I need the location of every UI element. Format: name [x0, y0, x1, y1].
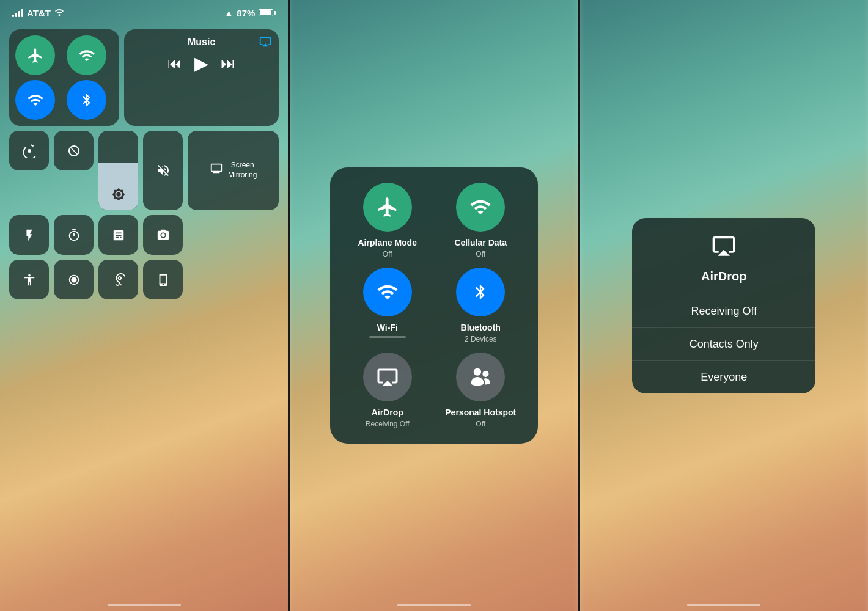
exp-hotspot-sublabel: Off: [476, 420, 485, 428]
exp-hotspot[interactable]: Personal Hotspot Off: [438, 353, 523, 428]
rewind-button[interactable]: ⏮: [167, 55, 182, 72]
hearing-button[interactable]: [98, 260, 138, 299]
exp-bluetooth-sublabel: 2 Devices: [465, 335, 497, 343]
status-bar: AT&T ▲ 87%: [0, 0, 288, 23]
exp-airdrop[interactable]: AirDrop Receiving Off: [345, 353, 430, 428]
cc-icon-row-2: [9, 260, 279, 299]
exp-airplane-mode[interactable]: Airplane Mode Off: [345, 183, 430, 258]
cellular-data-button[interactable]: [67, 35, 106, 75]
signal-bar-3: [18, 11, 20, 17]
connectivity-panel: [9, 29, 119, 126]
exp-cellular-sublabel: Off: [476, 250, 485, 258]
accessibility-button[interactable]: [9, 260, 49, 299]
airdrop-option-everyone[interactable]: Everyone: [632, 361, 815, 393]
brightness-slider[interactable]: [98, 131, 138, 210]
carrier-label: AT&T: [27, 8, 51, 18]
exp-airplane-label: Airplane Mode: [358, 238, 417, 247]
music-controls: ⏮ ▶ ⏭: [133, 53, 270, 74]
exp-airdrop-label: AirDrop: [372, 408, 403, 417]
airdrop-option-contacts-only[interactable]: Contacts Only: [632, 328, 815, 361]
battery-fill: [260, 10, 270, 15]
airdrop-menu-title: AirDrop: [701, 269, 746, 284]
panel-3: AirDrop Receiving Off Contacts Only Ever…: [580, 0, 868, 611]
exp-cellular-data[interactable]: Cellular Data Off: [438, 183, 523, 258]
screen-record-button[interactable]: [54, 260, 94, 299]
airdrop-header-icon: [712, 233, 736, 263]
flashlight-button[interactable]: [9, 215, 49, 255]
svg-point-1: [28, 149, 31, 153]
signal-bar-2: [15, 13, 17, 17]
divider-2: [578, 0, 580, 611]
airplay-icon[interactable]: [259, 35, 271, 51]
airplane-mode-button[interactable]: [15, 35, 55, 75]
rotation-lock-button[interactable]: [9, 131, 49, 170]
wifi-progress-bar: [369, 336, 406, 338]
divider-1: [288, 0, 290, 611]
camera-button[interactable]: [143, 215, 183, 255]
expanded-connectivity: Airplane Mode Off Cellular Data Off: [330, 167, 538, 444]
signal-bar-1: [12, 15, 14, 17]
exp-wifi[interactable]: Wi-Fi: [345, 268, 430, 343]
home-indicator-1: [108, 604, 181, 606]
airdrop-header: AirDrop: [632, 218, 815, 295]
cc-second-row: Screen Mirroring: [9, 131, 279, 210]
battery-body: [259, 9, 273, 16]
exp-wifi-label: Wi-Fi: [377, 323, 398, 332]
location-icon: ▲: [224, 8, 233, 18]
exp-airdrop-sublabel: Receiving Off: [366, 420, 410, 428]
brightness-icon: [112, 188, 125, 204]
music-panel: Music ⏮ ▶ ⏭: [124, 29, 279, 126]
svg-point-4: [71, 277, 76, 282]
home-indicator-2: [397, 604, 471, 606]
battery-icon: [259, 9, 276, 16]
panel1-content: AT&T ▲ 87%: [0, 0, 288, 611]
airdrop-option-receiving-off[interactable]: Receiving Off: [632, 295, 815, 328]
airdrop-menu: AirDrop Receiving Off Contacts Only Ever…: [632, 218, 815, 393]
bluetooth-button[interactable]: [67, 80, 106, 120]
exp-hotspot-label: Personal Hotspot: [445, 408, 516, 417]
battery-percent-label: 87%: [237, 8, 255, 18]
exp-airdrop-icon-circle: [363, 353, 412, 401]
cc-bottom-rows: [9, 215, 279, 299]
do-not-disturb-button[interactable]: [54, 131, 94, 170]
exp-airplane-icon-circle: [363, 183, 412, 232]
signal-bar-4: [21, 9, 23, 17]
remote-button[interactable]: [143, 260, 183, 299]
exp-airplane-sublabel: Off: [383, 250, 392, 258]
status-left: AT&T: [12, 7, 64, 18]
svg-point-0: [58, 14, 60, 16]
panel2-content: Airplane Mode Off Cellular Data Off: [290, 0, 578, 611]
exp-cellular-label: Cellular Data: [454, 238, 507, 247]
status-right: ▲ 87%: [224, 8, 276, 18]
panel-2: Airplane Mode Off Cellular Data Off: [290, 0, 578, 611]
exp-cellular-icon-circle: [456, 183, 505, 232]
airdrop-options-list: Receiving Off Contacts Only Everyone: [632, 295, 815, 393]
exp-hotspot-icon-circle: [456, 353, 505, 401]
timer-button[interactable]: [54, 215, 94, 255]
volume-mute-button[interactable]: [143, 131, 183, 210]
calculator-button[interactable]: [98, 215, 138, 255]
play-button[interactable]: ▶: [194, 53, 208, 74]
screen-mirroring-icon: [210, 162, 223, 179]
music-title: Music: [133, 37, 270, 48]
exp-bluetooth-label: Bluetooth: [461, 323, 501, 332]
wifi-status-icon: [54, 7, 64, 18]
signal-bars: [12, 9, 23, 17]
battery-tip: [274, 11, 276, 15]
panel-1: AT&T ▲ 87%: [0, 0, 288, 611]
home-indicator-3: [687, 604, 760, 606]
exp-bluetooth-icon-circle: [456, 268, 505, 316]
exp-wifi-icon-circle: [363, 268, 412, 316]
fast-forward-button[interactable]: ⏭: [221, 55, 235, 72]
svg-point-2: [161, 233, 165, 237]
panel3-content: AirDrop Receiving Off Contacts Only Ever…: [580, 0, 868, 611]
screen-mirroring-button[interactable]: Screen Mirroring: [188, 131, 279, 210]
cc-top-row: Music ⏮ ▶ ⏭: [9, 29, 279, 126]
wifi-button[interactable]: [15, 80, 55, 120]
screen-mirroring-label: Screen Mirroring: [228, 161, 257, 180]
cc-icon-row-1: [9, 215, 279, 255]
exp-bluetooth[interactable]: Bluetooth 2 Devices: [438, 268, 523, 343]
cc-area: Music ⏮ ▶ ⏭: [0, 23, 288, 312]
